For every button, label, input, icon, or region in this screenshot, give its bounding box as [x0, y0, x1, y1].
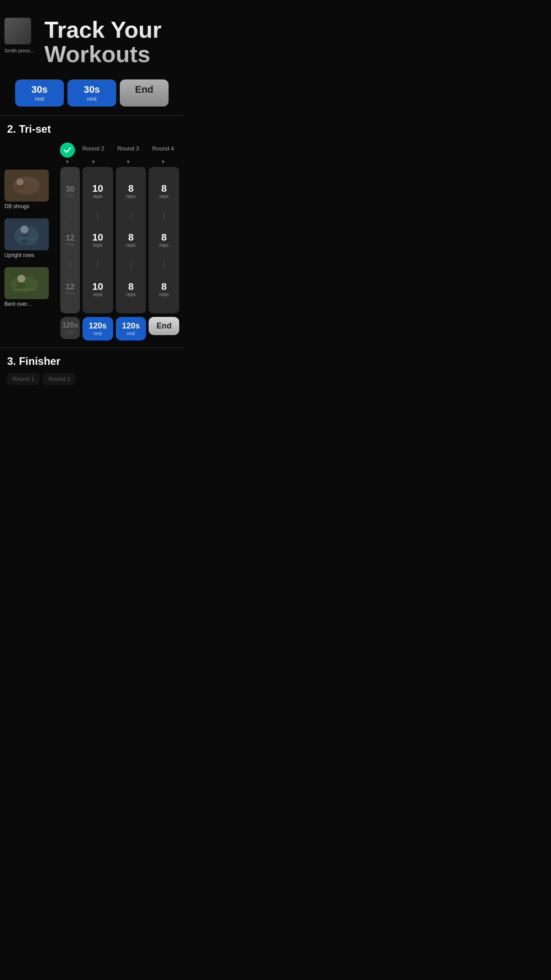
db-shrugs-thumbnail	[4, 170, 49, 202]
db-shrugs-label: DB shrugs	[4, 203, 29, 209]
round4-chevron[interactable]: ▼	[147, 159, 179, 164]
round1-ex2-cell[interactable]: 12 reps	[66, 219, 75, 261]
round2-chevron[interactable]: ▼	[77, 159, 110, 164]
svg-point-6	[20, 225, 28, 233]
round2-header: Round 2	[77, 145, 110, 152]
bent-over-exercise: Bent over...	[4, 265, 58, 313]
section3-rounds-preview: Round 1 Round 2	[7, 373, 177, 385]
round2-ex1-cell[interactable]: 10 reps	[92, 170, 103, 212]
smith-press-label: Smith press...	[4, 48, 34, 53]
rest-round1-btn[interactable]: 120s rest	[60, 317, 80, 340]
upright-rows-thumbnail	[4, 218, 49, 250]
rest-round3-btn[interactable]: 120s rest	[116, 317, 146, 340]
db-shrugs-exercise: DB shrugs	[4, 167, 58, 216]
round3-ex3-cell[interactable]: 8 reps	[126, 269, 135, 310]
section2-rest-row: 120s rest 120s rest 120s rest	[0, 313, 184, 348]
round1-ex3-cell[interactable]: 12 reps	[66, 268, 75, 310]
end-btn-hero[interactable]: End	[120, 79, 169, 107]
section3-finisher: 3. Finisher Round 1 Round 2	[0, 348, 184, 388]
svg-point-11	[17, 275, 25, 283]
svg-rect-13	[13, 288, 35, 291]
hero-section: Smith press... Track Your Workouts	[0, 0, 184, 79]
round4-header: Round 4	[147, 145, 179, 152]
section3-round1: Round 1	[7, 373, 39, 385]
round3-chevron[interactable]: ▼	[112, 159, 145, 164]
round3-ex2-cell[interactable]: 8 reps	[126, 220, 135, 261]
section3-round2: Round 2	[43, 373, 75, 385]
bent-over-thumbnail	[4, 267, 49, 299]
rest-btn-1[interactable]: 30s rest	[15, 79, 64, 107]
round4-ex1-cell[interactable]: 8 reps	[159, 170, 169, 212]
smith-press-thumbnail	[4, 18, 31, 44]
round3-col: 8 reps 8 reps 8 reps	[116, 167, 146, 313]
section2-title: 2. Tri-set	[0, 116, 184, 139]
svg-rect-8	[18, 237, 35, 240]
round4-ex3-cell[interactable]: 8 reps	[159, 269, 169, 310]
round2-ex3-cell[interactable]: 10 reps	[92, 269, 103, 310]
hero-title: Track Your Workouts	[9, 18, 175, 66]
section3-title: 3. Finisher	[7, 355, 177, 368]
round2-ex2-cell[interactable]: 10 reps	[92, 220, 103, 261]
svg-point-2	[16, 178, 24, 186]
rest-btn-2[interactable]: 30s rest	[67, 79, 116, 107]
round2-col: 10 reps 10 reps 10 reps	[83, 167, 113, 313]
end-btn-section2[interactable]: End	[149, 317, 179, 340]
round1-check-icon	[60, 142, 75, 158]
exercises-block: DB shrugs Upright rows	[0, 167, 184, 313]
section2-tri-set: 2. Tri-set Round 2 Round 3 Round 4 ▼ ▼ ▼…	[0, 116, 184, 348]
round1-ex1-cell[interactable]: 30 reps	[66, 170, 75, 212]
round3-header: Round 3	[112, 145, 145, 152]
round3-ex1-cell[interactable]: 8 reps	[126, 170, 135, 212]
round4-col: 8 reps 8 reps 8 reps	[149, 167, 179, 313]
upright-rows-exercise: Upright rows	[4, 216, 58, 265]
bent-over-label: Bent over...	[4, 301, 31, 307]
rest-round2-btn[interactable]: 120s rest	[83, 317, 113, 340]
round4-ex2-cell[interactable]: 8 reps	[159, 220, 169, 261]
round1-col: 30 reps 12 reps 12 reps	[60, 167, 80, 313]
hero-rest-row: 30s rest 30s rest End	[0, 79, 184, 115]
upright-rows-label: Upright rows	[4, 252, 34, 258]
svg-rect-3	[16, 185, 24, 190]
